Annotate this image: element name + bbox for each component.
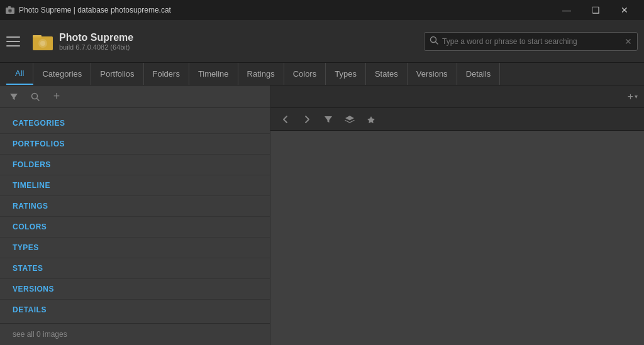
svg-point-8 <box>40 41 45 46</box>
nav-tabs: AllCategoriesPortfoliosFoldersTimelineRa… <box>0 63 644 85</box>
tab-all[interactable]: All <box>6 63 33 85</box>
app-icon <box>5 5 15 15</box>
tab-types[interactable]: Types <box>326 63 366 85</box>
app-logo: Photo Supreme build 6.7.0.4082 (64bit) <box>31 30 133 53</box>
sidebar: + CATEGORIESPORTFOLIOSFOLDERSTIMELINERAT… <box>0 85 270 345</box>
add-dropdown-button[interactable]: + ▾ <box>628 91 638 102</box>
sidebar-item-categories[interactable]: CATEGORIES <box>0 113 270 134</box>
hamburger-icon <box>6 45 20 47</box>
tab-details[interactable]: Details <box>457 63 501 85</box>
sidebar-footer-text: see all 0 images <box>13 330 67 339</box>
tab-timeline[interactable]: Timeline <box>189 63 238 85</box>
app-logo-icon <box>31 30 54 53</box>
content-body <box>270 131 644 345</box>
sidebar-footer: see all 0 images <box>0 323 270 345</box>
svg-line-12 <box>37 98 40 101</box>
title-bar-text: Photo Supreme | database photosupreme.ca… <box>19 6 552 14</box>
search-bar: ✕ <box>424 32 638 51</box>
sidebar-item-states[interactable]: STATES <box>0 258 270 279</box>
sidebar-toolbar: + <box>0 85 270 108</box>
app-subtitle: build 6.7.0.4082 (64bit) <box>59 43 133 51</box>
sidebar-search-button[interactable] <box>28 89 43 104</box>
svg-line-10 <box>435 42 438 45</box>
favorites-button[interactable] <box>362 111 380 128</box>
tab-states[interactable]: States <box>366 63 408 85</box>
sidebar-item-portfolios[interactable]: PORTFOLIOS <box>0 134 270 155</box>
tab-categories[interactable]: Categories <box>33 63 91 85</box>
sidebar-filter-button[interactable] <box>6 89 21 104</box>
header: Photo Supreme build 6.7.0.4082 (64bit) ✕ <box>0 20 644 63</box>
dropdown-chevron-icon: ▾ <box>635 93 638 100</box>
sidebar-item-timeline[interactable]: TIMELINE <box>0 175 270 196</box>
add-icon: + <box>628 91 633 102</box>
svg-rect-3 <box>8 6 11 8</box>
svg-point-2 <box>9 10 11 12</box>
search-icon <box>430 36 438 47</box>
sidebar-item-ratings[interactable]: RATINGS <box>0 196 270 217</box>
tab-ratings[interactable]: Ratings <box>238 63 284 85</box>
content-secondary-toolbar <box>270 108 644 131</box>
tab-portfolios[interactable]: Portfolios <box>91 63 143 85</box>
minimize-button[interactable]: — <box>552 0 581 20</box>
content-area: + ▾ <box>270 85 644 345</box>
sidebar-item-types[interactable]: TYPES <box>0 238 270 258</box>
tab-folders[interactable]: Folders <box>144 63 189 85</box>
sidebar-item-versions[interactable]: VERSIONS <box>0 279 270 300</box>
hamburger-menu-button[interactable] <box>6 32 25 51</box>
navigate-back-button[interactable] <box>277 111 294 128</box>
layers-button[interactable] <box>341 111 358 128</box>
filter-button[interactable] <box>319 111 337 128</box>
sidebar-item-folders[interactable]: FOLDERS <box>0 155 270 175</box>
window-controls: — ❑ ✕ <box>552 0 639 20</box>
navigate-forward-button[interactable] <box>298 111 316 128</box>
tab-colors[interactable]: Colors <box>284 63 326 85</box>
maximize-button[interactable]: ❑ <box>581 0 610 20</box>
close-button[interactable]: ✕ <box>610 0 639 20</box>
sidebar-list: CATEGORIESPORTFOLIOSFOLDERSTIMELINERATIN… <box>0 108 270 323</box>
search-input[interactable] <box>442 37 625 46</box>
app-title: Photo Supreme <box>59 32 133 43</box>
app-name-block: Photo Supreme build 6.7.0.4082 (64bit) <box>59 32 133 51</box>
hamburger-icon <box>6 41 20 42</box>
sidebar-item-details[interactable]: DETAILS <box>0 300 270 320</box>
search-clear-button[interactable]: ✕ <box>625 36 632 47</box>
tab-versions[interactable]: Versions <box>408 63 457 85</box>
title-bar: Photo Supreme | database photosupreme.ca… <box>0 0 644 20</box>
sidebar-item-colors[interactable]: COLORS <box>0 217 270 238</box>
sidebar-add-button[interactable]: + <box>49 89 64 104</box>
content-top-toolbar: + ▾ <box>270 85 644 108</box>
hamburger-icon <box>6 36 20 38</box>
main-layout: + CATEGORIESPORTFOLIOSFOLDERSTIMELINERAT… <box>0 85 644 345</box>
